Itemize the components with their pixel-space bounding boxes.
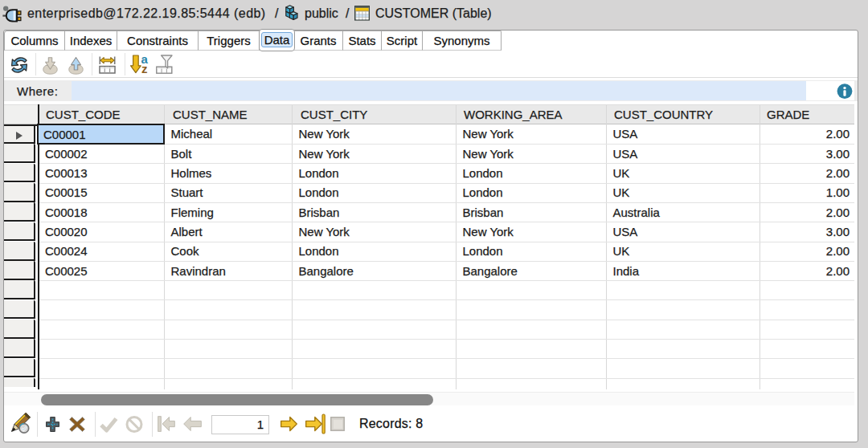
svg-text:z: z: [141, 62, 148, 75]
